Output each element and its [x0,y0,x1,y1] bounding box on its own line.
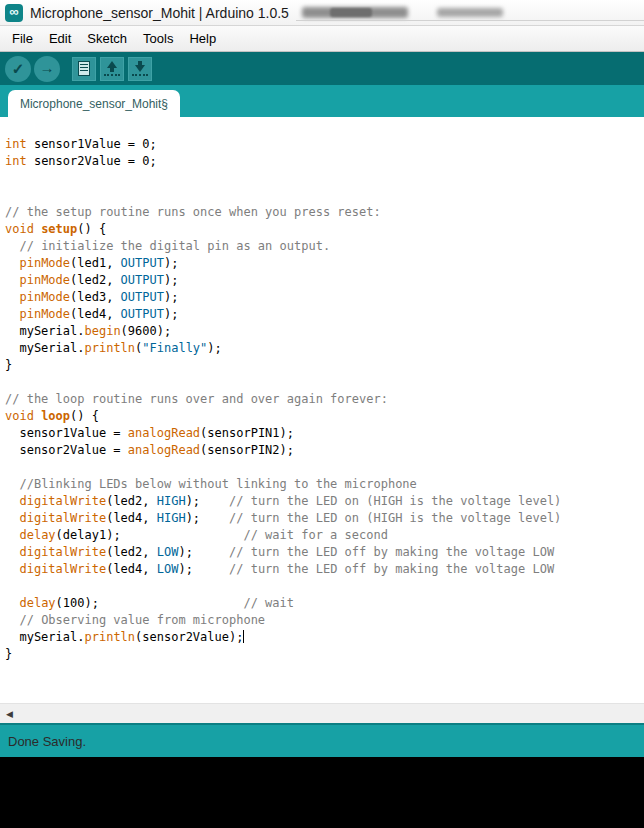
code-line: } [5,357,644,374]
scroll-left-icon[interactable]: ◀ [2,706,17,721]
arrow-up-icon [107,61,117,68]
tab-label: Microphone_sensor_Mohit§ [20,97,168,111]
status-message: Done Saving. [8,734,86,749]
document-icon [78,61,90,76]
tab-microphone-sensor-mohit[interactable]: Microphone_sensor_Mohit§ [8,90,180,117]
code-line: pinMode(led3, OUTPUT); [5,289,644,306]
code-line: // the loop routine runs over and over a… [5,391,644,408]
code-line: mySerial.begin(9600); [5,323,644,340]
menu-item-tools[interactable]: Tools [135,27,181,50]
check-icon: ✓ [12,60,25,78]
new-sketch-button[interactable] [72,57,96,81]
arduino-ide-window: ∞ Microphone_sensor_Mohit | Arduino 1.0.… [0,0,644,828]
upload-button[interactable]: → [34,56,60,82]
arduino-logo-icon: ∞ [5,4,23,22]
menu-item-edit[interactable]: Edit [41,27,79,50]
code-line: pinMode(led1, OUTPUT); [5,255,644,272]
window-title: Microphone_sensor_Mohit | Arduino 1.0.5 [30,5,289,21]
verify-button[interactable]: ✓ [5,56,31,82]
code-line [5,170,644,187]
code-line: mySerial.println(sensor2Value); [5,629,644,646]
code-line: pinMode(led4, OUTPUT); [5,306,644,323]
code-line: sensor2Value = analogRead(sensorPIN2); [5,442,644,459]
divider [296,20,644,21]
code-line: digitalWrite(led2, LOW); // turn the LED… [5,544,644,561]
code-line [5,187,644,204]
redacted-blur [330,8,372,17]
code-line: pinMode(led2, OUTPUT); [5,272,644,289]
status-bar: Done Saving. [0,723,644,757]
code-line: sensor1Value = analogRead(sensorPIN1); [5,425,644,442]
code-line: // the setup routine runs once when you … [5,204,644,221]
save-button[interactable] [128,57,152,81]
menu-bar: FileEditSketchToolsHelp [0,26,644,52]
menu-item-file[interactable]: File [4,27,41,50]
horizontal-scrollbar[interactable]: ◀ [0,703,644,723]
code-line: delay(delay1); // wait for a second [5,527,644,544]
tab-strip: Microphone_sensor_Mohit§ [0,85,644,117]
open-button[interactable] [100,57,124,81]
code-line: // Observing value from microphone [5,612,644,629]
title-bar: ∞ Microphone_sensor_Mohit | Arduino 1.0.… [0,0,644,26]
code-line: // initialize the digital pin as an outp… [5,238,644,255]
text-caret [243,630,244,643]
code-line: } [5,646,644,663]
arrow-right-icon: → [40,59,55,76]
redacted-blur [437,8,503,17]
arrow-down-icon [135,65,145,72]
code-area[interactable]: int sensor1Value = 0;int sensor2Value = … [0,117,644,703]
code-line [5,374,644,391]
code-line: int sensor2Value = 0; [5,153,644,170]
code-line: //Blinking LEDs below without linking to… [5,476,644,493]
code-line: digitalWrite(led2, HIGH); // turn the LE… [5,493,644,510]
menu-item-help[interactable]: Help [181,27,224,50]
code-line: digitalWrite(led4, HIGH); // turn the LE… [5,510,644,527]
code-line: void setup() { [5,221,644,238]
code-line: digitalWrite(led4, LOW); // turn the LED… [5,561,644,578]
code-line: void loop() { [5,408,644,425]
tool-bar: ✓ → [0,52,644,85]
code-line: delay(100); // wait [5,595,644,612]
menu-item-sketch[interactable]: Sketch [79,27,135,50]
console-output[interactable] [0,757,644,828]
code-line: mySerial.println("Finally"); [5,340,644,357]
code-line [5,459,644,476]
code-line: int sensor1Value = 0; [5,136,644,153]
code-line [5,578,644,595]
